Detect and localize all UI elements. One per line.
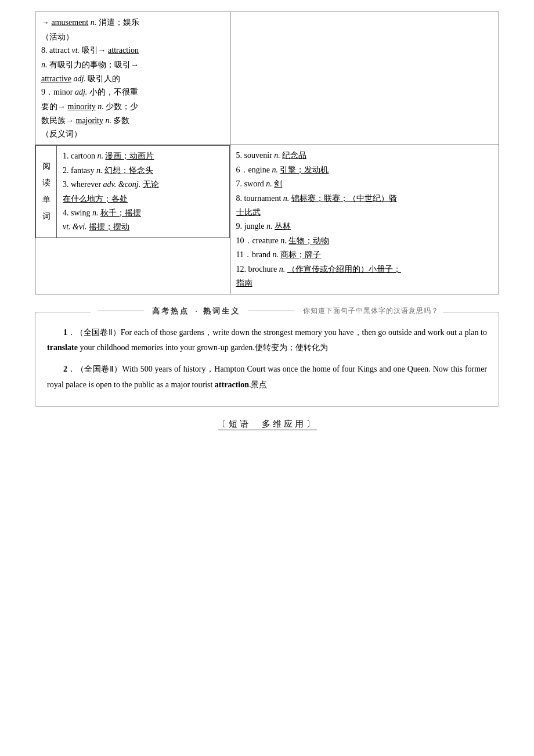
word-wherever-meaning2: 在什么地方；各处 [63,195,128,203]
gaokao-num-2: 2 [63,365,67,373]
gaokao-dot: · [195,307,197,316]
gaokao-section: 高考热点 · 熟词生义 你知道下面句子中黑体字的汉语意思吗？ 1．（全国卷Ⅱ）F… [35,312,499,407]
vocab-entry-attract: 8. attract vt. 吸引→ attraction [41,44,224,58]
vocab-entry-swing: 4. swing n. 秋千；摇摆 [63,206,223,221]
phrase-label: 〔短语 多维应用〕 [218,419,317,430]
gaokao-item-2: 2．（全国卷Ⅱ）With 500 years of history，Hampto… [47,362,487,393]
vocab-entry-cartoon: 1. cartoon n. 漫画；动画片 [63,149,223,164]
label-char-4: 词 [42,209,50,225]
label-chars: 阅 读 单 词 [38,159,54,224]
gaokao-bold-translate: translate [47,343,78,352]
bottom-left-row: 阅 读 单 词 1. cartoon n. 漫画；动画片 [35,145,230,294]
word-brochure-meaning: （作宣传或介绍用的）小册子； [287,265,401,273]
vocab-entry-brand: 11．brand n. 商标；牌子 [236,248,493,262]
word-brand-meaning: 商标；牌子 [280,250,321,259]
phrase-section: 〔短语 多维应用〕 [35,419,499,430]
vocab-entry-tournament: 8. tournament n. 锦标赛；联赛；（中世纪）骑 [236,192,493,206]
vocab-line-minor3: 数民族→ majority n. 多数 [41,114,224,128]
word-tournament-meaning2: 士比武 [236,208,261,217]
vocab-entry-minor: 9．minor adj. 小的，不很重 [41,85,224,100]
bottom-right-cell: 5. souvenir n. 纪念品 6．engine n. 引擎；发动机 7.… [230,145,499,294]
vocab-line-attractive: attractive adj. 吸引人的 [41,72,224,86]
word-minority: minority [68,102,96,111]
gaokao-source-2: （全国卷Ⅱ） [76,365,122,373]
word-swing-noun: 秋千；摇摆 [100,208,141,217]
gaokao-subtitle: 你知道下面句子中黑体字的汉语意思吗？ [303,306,439,316]
vocab-entry-souvenir: 5. souvenir n. 纪念品 [236,149,493,163]
bottom-inner-table: 阅 读 单 词 1. cartoon n. 漫画；动画片 [35,145,230,238]
header-line-right [248,311,295,311]
vocab-line-brochure2: 指南 [236,276,493,290]
vocab-entry-jungle: 9. jungle n. 丛林 [236,219,493,234]
word-attractive: attractive [41,74,71,83]
label-char-2: 读 [42,175,50,191]
gaokao-header: 高考热点 · 熟词生义 你知道下面句子中黑体字的汉语意思吗？ [91,306,443,316]
gaokao-answer-2: 景点 [251,380,267,389]
word-sword-meaning: 剑 [274,179,282,188]
gaokao-title-right: 熟词生义 [203,306,240,316]
label-cell: 阅 读 单 词 [36,146,57,238]
vocab-line-antonym: （反义词） [41,127,224,141]
gaokao-item-1: 1．（全国卷Ⅱ）For each of those gardens，write … [47,325,487,356]
word-fantasy-meaning: 幻想；怪念头 [104,166,153,175]
vocab-line-wherever2: 在什么地方；各处 [63,192,223,206]
word-brochure-meaning2: 指南 [236,279,252,287]
word-cartoon-meaning: 漫画；动画片 [105,152,154,160]
vocab-entry-engine: 6．engine n. 引擎；发动机 [236,163,493,178]
label-char-3: 单 [42,192,50,208]
word-souvenir-meaning: 纪念品 [282,151,306,160]
vocab-line-tournament2: 士比武 [236,206,493,219]
vocab-entry-amusement: → amusement n. 消遣；娱乐 [41,16,224,30]
gaokao-answer-1: 使转变为；使转化为 [255,343,328,352]
vocab-line-minor2: 要的→ minority n. 少数；少 [41,100,224,114]
word-wherever-meaning: 无论 [143,180,159,189]
vocab-entry-creature: 10．creature n. 生物；动物 [236,234,493,249]
page-content: → amusement n. 消遣；娱乐 （活动） 8. attract vt.… [35,12,499,430]
gaokao-num-1: 1 [63,328,67,337]
top-right-cell [230,12,499,145]
gaokao-bold-attraction: attraction [215,380,249,389]
gaokao-title-left: 高考热点 [152,306,189,316]
header-line-left [98,311,144,311]
vocab-line-attract2: n. 有吸引力的事物；吸引→ [41,58,224,72]
top-left-cell: → amusement n. 消遣；娱乐 （活动） 8. attract vt.… [35,12,230,145]
word-creature-meaning: 生物；动物 [288,236,329,245]
vocab-entry-brochure: 12. brochure n. （作宣传或介绍用的）小册子； [236,262,493,277]
word-swing-verb: 摇摆；摆动 [89,222,129,231]
label-char-1: 阅 [42,159,50,175]
word-attraction: attraction [108,46,139,55]
vocab-line-swing2: vt. &vi. 摇摆；摆动 [63,220,223,234]
vocab-table: → amusement n. 消遣；娱乐 （活动） 8. attract vt.… [35,12,499,294]
word-amusement: amusement [52,18,89,27]
gaokao-body: 1．（全国卷Ⅱ）For each of those gardens，write … [47,325,487,393]
word-majority: majority [76,116,103,125]
vocab-entry-fantasy: 2. fantasy n. 幻想；怪念头 [63,164,223,178]
vocab-line-activity: （活动） [41,30,224,44]
word-tournament-meaning: 锦标赛；联赛；（中世纪）骑 [291,194,397,203]
vocab-entry-wherever: 3. wherever adv. &conj. 无论 [63,178,223,192]
word-engine-meaning: 引擎；发动机 [280,165,329,174]
word-jungle-meaning: 丛林 [275,222,291,231]
gaokao-source-1: （全国卷Ⅱ） [75,328,121,337]
vocab-entry-sword: 7. sword n. 剑 [236,177,493,192]
bottom-left-words: 1. cartoon n. 漫画；动画片 2. fantasy n. 幻想；怪念… [57,146,230,238]
